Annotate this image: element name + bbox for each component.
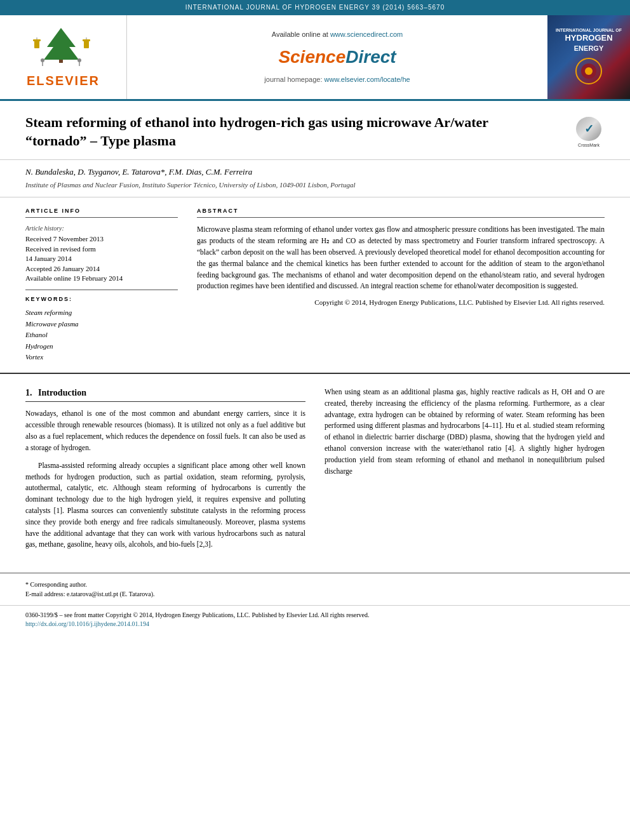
journal-header: ELSEVIER Available online at www.science…: [0, 15, 630, 101]
authors-section: N. Bundaleska, D. Tsyganov, E. Tatarova*…: [0, 160, 630, 197]
svg-rect-5: [84, 41, 89, 48]
article-available-online: Available online 19 February 2014: [25, 274, 178, 283]
keyword-ethanol: Ethanol: [25, 330, 178, 341]
article-info-header: Article Info: [25, 207, 178, 218]
article-history-group: Article history: Received 7 November 201…: [25, 224, 178, 283]
authors-line: N. Bundaleska, D. Tsyganov, E. Tatarova*…: [25, 166, 605, 178]
elsevier-logo-area: ELSEVIER: [0, 15, 127, 99]
article-history-label: Article history:: [25, 224, 178, 233]
keyword-microwave-plasma: Microwave plasma: [25, 319, 178, 330]
svg-point-14: [585, 67, 593, 75]
svg-point-8: [41, 58, 44, 62]
journal-top-bar: International Journal of Hydrogen Energy…: [0, 0, 630, 15]
section-title-text: Introduction: [38, 388, 86, 397]
journal-thumbnail-title: International Journal of HYDROGEN ENERGY: [556, 27, 622, 53]
article-main-title: Steam reforming of ethanol into hydrogen…: [25, 114, 502, 150]
keywords-section: Keywords: Steam reforming Microwave plas…: [25, 290, 178, 363]
elsevier-brand-text: ELSEVIER: [27, 72, 100, 90]
journal-citation: International Journal of Hydrogen Energy…: [185, 4, 445, 11]
abstract-copyright: Copyright © 2014, Hydrogen Energy Public…: [197, 297, 605, 308]
section-1-title: 1. Introduction: [25, 387, 305, 403]
abstract-column: Abstract Microwave plasma steam reformin…: [197, 207, 605, 363]
footnotes-section: * Corresponding author. E-mail address: …: [0, 573, 630, 605]
sciencedirect-area: Available online at www.sciencedirect.co…: [127, 15, 547, 99]
keyword-hydrogen: Hydrogen: [25, 341, 178, 352]
affiliation-line: Institute of Plasmas and Nuclear Fusion,…: [25, 180, 605, 190]
authors-names: N. Bundaleska, D. Tsyganov, E. Tatarova*…: [25, 167, 252, 177]
article-received: Received 7 November 2013: [25, 234, 178, 244]
corresponding-author-note: * Corresponding author.: [25, 580, 605, 589]
main-content: 1. Introduction Nowadays, ethanol is one…: [0, 374, 630, 570]
right-column: When using steam as an additional plasma…: [325, 387, 605, 557]
intro-paragraph-1: Nowadays, ethanol is one of the most com…: [25, 408, 305, 453]
keyword-steam-reforming: Steam reforming: [25, 307, 178, 319]
keywords-header: Keywords:: [25, 295, 178, 303]
issn-info: 0360-3199/$ – see front matter Copyright…: [25, 611, 605, 620]
crossmark-label: CrossMark: [578, 142, 600, 149]
doi-link: http://dx.doi.org/10.1016/j.ijhydene.201…: [25, 620, 605, 629]
right-intro-continuation: When using steam as an additional plasma…: [325, 387, 605, 477]
email-footnote: E-mail address: e.tatarova@ist.utl.pt (E…: [25, 589, 605, 599]
journal-homepage-url[interactable]: www.elsevier.com/locate/he: [325, 76, 410, 83]
journal-cover-graphic: [570, 55, 608, 87]
svg-rect-1: [33, 39, 41, 41]
article-title-section: Steam reforming of ethanol into hydrogen…: [0, 101, 630, 160]
intro-paragraph-2: Plasma-assisted reforming already occupi…: [25, 460, 305, 551]
elsevier-logo: ELSEVIER: [27, 25, 100, 90]
svg-point-10: [77, 58, 81, 62]
doi-url[interactable]: http://dx.doi.org/10.1016/j.ijhydene.201…: [25, 620, 149, 627]
bottom-bar: 0360-3199/$ – see front matter Copyright…: [0, 605, 630, 634]
svg-marker-4: [44, 28, 79, 60]
section-number: 1.: [25, 388, 32, 397]
article-revised-date: 14 January 2014: [25, 254, 178, 263]
article-accepted: Accepted 26 January 2014: [25, 264, 178, 274]
crossmark-badge[interactable]: ✓ CrossMark: [573, 117, 605, 149]
journal-thumbnail: International Journal of HYDROGEN ENERGY: [547, 15, 630, 99]
abstract-text: Microwave plasma steam reforming of etha…: [197, 224, 605, 308]
left-column: 1. Introduction Nowadays, ethanol is one…: [25, 387, 305, 557]
available-online-text: Available online at www.sciencedirect.co…: [272, 30, 403, 39]
svg-rect-0: [34, 41, 39, 48]
elsevier-tree-icon: [31, 25, 95, 69]
article-received-revised-label: Received in revised form: [25, 244, 178, 254]
keyword-vortex: Vortex: [25, 352, 178, 363]
abstract-header: Abstract: [197, 207, 605, 218]
crossmark-icon: ✓: [576, 117, 601, 141]
sciencedirect-url[interactable]: www.sciencedirect.com: [330, 30, 403, 38]
journal-homepage-text: journal homepage: www.elsevier.com/locat…: [264, 75, 410, 84]
article-meta-section: Article Info Article history: Received 7…: [0, 197, 630, 374]
sciencedirect-logo: ScienceDirect: [278, 44, 396, 69]
svg-rect-6: [83, 39, 90, 41]
article-info-column: Article Info Article history: Received 7…: [25, 207, 178, 363]
